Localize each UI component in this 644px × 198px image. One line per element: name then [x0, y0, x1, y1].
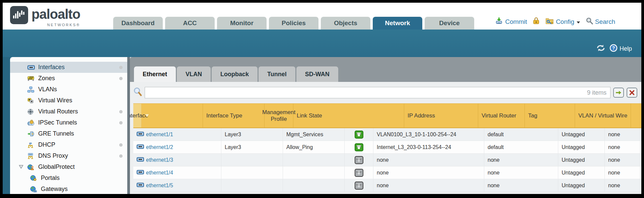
sidebar-item[interactable]: IPSec Tunnels — [10, 117, 127, 128]
interface-link[interactable]: ethernet1/3 — [146, 157, 173, 163]
cell-tag: Untagged — [558, 179, 605, 192]
paloalto-logo: paloalto NETWORKS® — [10, 6, 80, 27]
left-margin — [3, 57, 10, 194]
sidebar-item[interactable]: Virtual Wires — [10, 95, 127, 106]
ethernet-port-icon — [137, 144, 144, 150]
column-header[interactable]: Tag — [525, 104, 575, 128]
cell-interface-type: Layer3 — [221, 128, 283, 141]
table-body: ethernet1/1 Layer3 Mgmt_Services VLAN010… — [133, 128, 641, 192]
cell-tag: Untagged — [558, 166, 605, 179]
cell-vlan-virtual-wire: none — [605, 141, 641, 153]
main-nav-tab[interactable]: ACC — [165, 17, 215, 30]
column-header[interactable]: Management Profile — [265, 104, 293, 128]
sidebar-item-label: Gateways — [41, 186, 68, 193]
table-row[interactable]: ethernet1/1 Layer3 Mgmt_Services VLAN010… — [133, 128, 641, 141]
interface-type-tab[interactable]: Loopback — [212, 66, 258, 82]
sidebar-item-label: Virtual Routers — [38, 108, 78, 115]
column-header[interactable]: Link State — [293, 104, 404, 128]
svg-text:DNS: DNS — [28, 153, 32, 155]
cell-virtual-router: default — [484, 128, 558, 141]
column-header[interactable]: Virtual Router — [478, 104, 525, 128]
cell-interface-type: Layer3 — [221, 141, 283, 153]
column-header[interactable] — [141, 104, 203, 128]
interfaces-table: Interface Interface Type Management Prof… — [130, 103, 641, 194]
cell-management-profile — [283, 154, 345, 166]
main-nav-tab[interactable]: Monitor — [217, 17, 267, 30]
main-nav-tab[interactable]: Objects — [321, 17, 370, 30]
svg-text:IP: IP — [29, 142, 32, 145]
cell-management-profile: Allow_Ping — [283, 141, 345, 153]
cell-tag: Untagged — [558, 128, 605, 141]
sidebar-item-label: Interfaces — [38, 64, 65, 71]
search-button[interactable]: Search — [586, 17, 615, 26]
sidebar-child-item[interactable]: Portals — [10, 172, 127, 184]
main-nav-tab[interactable]: Network — [373, 17, 422, 30]
cell-ip-address: VLAN0100_L3_10-1-100-254--24 — [373, 128, 484, 141]
sidebar-item[interactable]: DNS DNS Proxy — [10, 150, 127, 161]
sidebar-item-label: Zones — [38, 75, 55, 82]
config-menu-button[interactable]: Config — [545, 17, 580, 26]
main-nav-tab[interactable]: Policies — [269, 17, 318, 30]
interface-type-tab[interactable]: Tunnel — [259, 66, 295, 82]
cell-ip-address: none — [373, 179, 484, 192]
commit-button[interactable]: Commit — [495, 17, 527, 27]
table-row[interactable]: ethernet1/5 none none Untagged none — [133, 179, 641, 192]
interfaces-content: Ethernet VLAN Loopback Tunnel SD-WAN — [130, 57, 641, 194]
cell-vlan-virtual-wire: none — [605, 154, 641, 166]
top-header: paloalto NETWORKS® Dashboard ACC Monitor… — [3, 3, 641, 30]
cell-tag: Untagged — [558, 141, 605, 153]
main-nav-tab[interactable]: Dashboard — [113, 17, 163, 30]
cell-tag: Untagged — [558, 154, 605, 166]
interface-link[interactable]: ethernet1/1 — [146, 132, 173, 138]
sidebar-item[interactable]: Interfaces — [10, 62, 127, 73]
main-nav-tabs: Dashboard ACC Monitor Policies Objects N… — [113, 17, 474, 30]
status-dot — [119, 154, 123, 158]
sidebar-item-label: DHCP — [38, 141, 55, 148]
sidebar-item[interactable]: Zones — [10, 73, 127, 84]
sidebar-item-label: GlobalProtect — [38, 163, 75, 170]
column-header[interactable]: Interface — [133, 104, 141, 128]
column-header[interactable]: VLAN / Virtual Wire — [575, 104, 631, 128]
clear-filter-button[interactable] — [627, 88, 637, 98]
sidebar-child-item[interactable]: Gateways — [10, 184, 127, 194]
gateways-icon — [30, 186, 40, 192]
sidebar-item-label: VLANs — [38, 86, 57, 93]
virtual-wires-icon — [27, 98, 37, 103]
refresh-button[interactable] — [596, 44, 605, 54]
main-nav-tab[interactable]: Device — [425, 17, 474, 30]
sidebar-item[interactable]: IP DHCP — [10, 139, 127, 150]
dns-proxy-icon: DNS — [27, 153, 37, 159]
sidebar-divider[interactable] — [127, 57, 130, 194]
sidebar-item[interactable]: VLANs — [10, 84, 127, 95]
sidebar-item[interactable]: Virtual Routers — [10, 106, 127, 117]
sort-dropdown-icon[interactable] — [145, 112, 149, 119]
expander-icon[interactable] — [19, 163, 23, 170]
ethernet-port-icon — [137, 157, 144, 163]
cell-virtual-router: default — [484, 141, 558, 153]
link-state-icon — [355, 169, 363, 177]
column-header[interactable]: IP Address — [404, 104, 478, 128]
interface-link[interactable]: ethernet1/5 — [146, 183, 173, 189]
sidebar-item[interactable]: GRE Tunnels — [10, 128, 127, 139]
ethernet-port-icon — [137, 132, 144, 138]
interface-link[interactable]: ethernet1/4 — [146, 170, 173, 176]
column-header[interactable]: Interface Type — [203, 104, 265, 128]
cell-virtual-router: none — [484, 179, 558, 192]
filter-input[interactable] — [145, 87, 611, 98]
ipsec-tunnels-icon — [27, 120, 37, 126]
lock-button[interactable] — [532, 17, 540, 27]
table-row[interactable]: ethernet1/2 Layer3 Allow_Ping Internet_L… — [133, 141, 641, 154]
sidebar-item[interactable]: GlobalProtect — [10, 161, 127, 172]
commit-icon — [495, 17, 503, 27]
table-row[interactable]: ethernet1/4 none none Untagged none — [133, 166, 641, 179]
interface-type-tab[interactable]: Ethernet — [134, 66, 176, 82]
cell-management-profile — [283, 179, 345, 192]
interface-link[interactable]: ethernet1/2 — [146, 144, 173, 150]
interface-type-tab[interactable]: SD-WAN — [296, 66, 338, 82]
table-row[interactable]: ethernet1/3 none none Untagged none — [133, 154, 641, 166]
help-button[interactable]: ? Help — [610, 44, 632, 54]
link-state-icon — [355, 156, 363, 164]
interface-type-tab[interactable]: VLAN — [177, 66, 211, 82]
apply-filter-button[interactable] — [613, 88, 624, 98]
status-dot — [119, 66, 123, 69]
